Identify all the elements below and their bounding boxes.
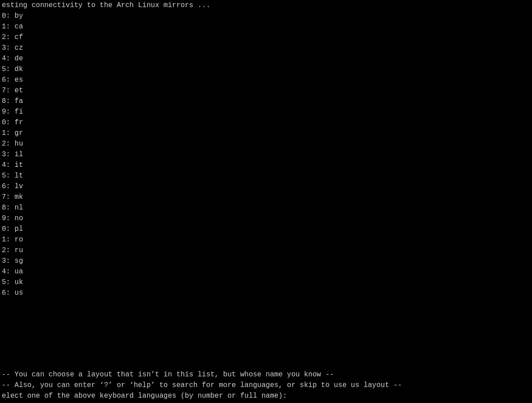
list-item: 6: lv [2, 181, 530, 192]
list-item: 7: mk [2, 192, 530, 202]
list-item: 2: hu [2, 138, 530, 149]
list-item: 0: by [2, 11, 530, 21]
footer-line: -- You can choose a layout that isn’t in… [2, 369, 530, 380]
list-item: 3: il [2, 149, 530, 160]
footer-line: -- Also, you can enter ‘?’ or ‘help’ to … [2, 380, 530, 391]
list-item: 2: ru [2, 245, 530, 256]
list-item: 1: ro [2, 234, 530, 245]
footer-lines: -- You can choose a layout that isn’t in… [2, 369, 530, 401]
list-item: 9: fi [2, 107, 530, 117]
list-item: 1: ca [2, 21, 530, 32]
list-item: 9: no [2, 213, 530, 224]
terminal-window: esting connectivity to the Arch Linux mi… [0, 0, 532, 403]
header-line: esting connectivity to the Arch Linux mi… [2, 0, 530, 11]
list-item: 0: pl [2, 224, 530, 234]
list-item: 4: it [2, 160, 530, 170]
list-item: 3: sg [2, 256, 530, 266]
list-item: 1: gr [2, 128, 530, 138]
list-item: 5: dk [2, 64, 530, 75]
list-item: 6: us [2, 288, 530, 298]
list-item: 2: cf [2, 32, 530, 43]
list-item: 5: uk [2, 277, 530, 288]
list-item: 8: fa [2, 96, 530, 107]
list-item: 4: de [2, 53, 530, 64]
footer-line: elect one of the above keyboard language… [2, 391, 530, 401]
list-item: 5: lt [2, 170, 530, 181]
list-item: 0: fr [2, 117, 530, 128]
list-item: 3: cz [2, 43, 530, 53]
list-item: 4: ua [2, 266, 530, 277]
list-item: 8: nl [2, 202, 530, 213]
terminal-output: esting connectivity to the Arch Linux mi… [2, 0, 530, 369]
list-item: 6: es [2, 75, 530, 85]
list-item: 7: et [2, 85, 530, 96]
terminal-footer: -- You can choose a layout that isn’t in… [2, 369, 530, 403]
items-list: 0: by1: ca2: cf3: cz4: de5: dk6: es7: et… [2, 11, 530, 298]
